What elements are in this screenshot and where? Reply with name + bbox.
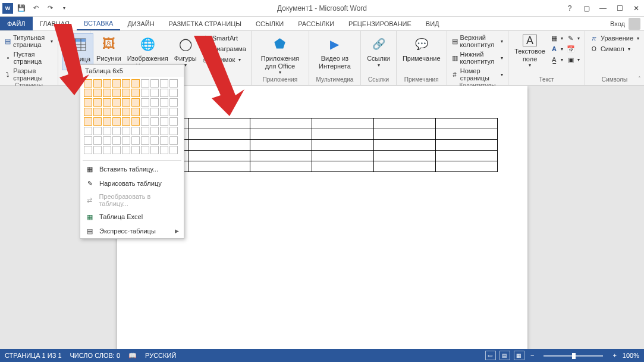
grid-cell[interactable] <box>93 108 102 116</box>
grid-cell[interactable] <box>160 117 168 126</box>
grid-cell[interactable] <box>169 108 178 116</box>
object-button[interactable]: ▣▾ <box>566 55 581 64</box>
grid-cell[interactable] <box>93 146 102 154</box>
header-button[interactable]: ▤Верхний колонтитул▾ <box>451 33 505 49</box>
redo-button[interactable]: ↷ <box>44 2 56 14</box>
wordart-button[interactable]: A▾ <box>549 44 564 54</box>
datetime-button[interactable]: 📅 <box>566 44 581 54</box>
grid-cell[interactable] <box>84 79 92 88</box>
tab-view[interactable]: ВИД <box>419 17 447 30</box>
zoom-slider[interactable] <box>544 355 603 357</box>
grid-cell[interactable] <box>131 117 140 126</box>
grid-cell[interactable] <box>160 127 168 135</box>
view-print-layout[interactable]: ▤ <box>500 351 510 360</box>
apps-button[interactable]: ⬟Приложения для Office▾ <box>255 33 305 76</box>
grid-cell[interactable] <box>141 146 149 154</box>
view-read-mode[interactable]: ▭ <box>485 351 496 360</box>
grid-cell[interactable] <box>93 136 102 145</box>
grid-cell[interactable] <box>169 127 178 135</box>
grid-cell[interactable] <box>131 98 140 107</box>
grid-cell[interactable] <box>112 98 121 107</box>
grid-cell[interactable] <box>122 146 130 154</box>
grid-cell[interactable] <box>122 136 130 145</box>
signature-button[interactable]: ✎▾ <box>566 33 581 43</box>
minimize-button[interactable]: — <box>595 2 611 14</box>
grid-cell[interactable] <box>84 108 92 116</box>
tab-file[interactable]: ФАЙЛ <box>0 17 33 30</box>
grid-cell[interactable] <box>141 98 149 107</box>
view-web-layout[interactable]: ▦ <box>514 351 524 360</box>
tab-references[interactable]: ССЫЛКИ <box>249 17 291 30</box>
page-break-button[interactable]: ⤵Разрыв страницы <box>4 67 54 82</box>
grid-cell[interactable] <box>122 98 130 107</box>
grid-cell[interactable] <box>122 127 130 135</box>
grid-cell[interactable] <box>84 98 92 107</box>
grid-cell[interactable] <box>131 136 140 145</box>
comment-button[interactable]: 💬Примечание <box>400 33 443 64</box>
quick-tables-item[interactable]: ▤Экспресс-таблицы▶ <box>80 224 184 238</box>
grid-cell[interactable] <box>103 136 111 145</box>
tab-mailings[interactable]: РАССЫЛКИ <box>291 17 341 30</box>
draw-table-item[interactable]: ✎Нарисовать таблицу <box>80 176 184 191</box>
blank-page-button[interactable]: ▫Пустая страница <box>4 50 54 65</box>
footer-button[interactable]: ▥Нижний колонтитул▾ <box>451 50 505 65</box>
grid-cell[interactable] <box>131 89 140 97</box>
login-link[interactable]: Вход <box>610 17 640 30</box>
grid-cell[interactable] <box>122 89 130 97</box>
grid-cell[interactable] <box>103 108 111 116</box>
grid-cell[interactable] <box>84 89 92 97</box>
zoom-out-button[interactable]: − <box>528 352 536 359</box>
grid-cell[interactable] <box>160 146 168 154</box>
grid-cell[interactable] <box>169 136 178 145</box>
zoom-in-button[interactable]: + <box>610 352 618 359</box>
grid-cell[interactable] <box>141 108 149 116</box>
help-button[interactable]: ? <box>562 2 577 14</box>
grid-cell[interactable] <box>103 146 111 154</box>
tab-design[interactable]: ДИЗАЙН <box>120 17 161 30</box>
grid-cell[interactable] <box>141 89 149 97</box>
grid-cell[interactable] <box>103 98 111 107</box>
grid-cell[interactable] <box>150 127 159 135</box>
dropcap-button[interactable]: A̲▾ <box>549 55 564 64</box>
quickparts-button[interactable]: ▦▾ <box>549 33 564 43</box>
zoom-value[interactable]: 100% <box>623 352 639 359</box>
tab-page-layout[interactable]: РАЗМЕТКА СТРАНИЦЫ <box>162 17 249 30</box>
grid-cell[interactable] <box>103 127 111 135</box>
grid-cell[interactable] <box>112 146 121 154</box>
grid-cell[interactable] <box>160 98 168 107</box>
grid-cell[interactable] <box>103 79 111 88</box>
smartart-button[interactable]: ⬢SmartArt <box>200 33 247 43</box>
ribbon-display-button[interactable]: ▢ <box>579 2 594 14</box>
grid-cell[interactable] <box>112 108 121 116</box>
grid-cell[interactable] <box>141 117 149 126</box>
links-button[interactable]: 🔗Ссылки▾ <box>365 33 392 69</box>
grid-cell[interactable] <box>160 108 168 116</box>
excel-table-item[interactable]: ▦Таблица Excel <box>80 210 184 224</box>
screenshot-button[interactable]: ⎙Снимок▾ <box>200 55 247 64</box>
grid-cell[interactable] <box>84 127 92 135</box>
grid-cell[interactable] <box>150 79 159 88</box>
grid-cell[interactable] <box>122 117 130 126</box>
grid-cell[interactable] <box>150 146 159 154</box>
textbox-button[interactable]: AТекстовое поле▾ <box>512 33 548 69</box>
grid-cell[interactable] <box>160 136 168 145</box>
status-page[interactable]: СТРАНИЦА 1 ИЗ 1 <box>5 352 62 359</box>
grid-cell[interactable] <box>112 89 121 97</box>
grid-cell[interactable] <box>84 136 92 145</box>
grid-cell[interactable] <box>103 89 111 97</box>
equation-button[interactable]: πУравнение▾ <box>589 33 640 43</box>
pictures-button[interactable]: 🖼Рисунки <box>94 33 124 64</box>
undo-button[interactable]: ↶ <box>30 2 42 14</box>
grid-cell[interactable] <box>131 146 140 154</box>
grid-cell[interactable] <box>84 117 92 126</box>
grid-cell[interactable] <box>93 79 102 88</box>
grid-cell[interactable] <box>93 98 102 107</box>
grid-cell[interactable] <box>122 79 130 88</box>
grid-cell[interactable] <box>131 79 140 88</box>
grid-cell[interactable] <box>141 79 149 88</box>
tab-home[interactable]: ГЛАВНАЯ <box>33 17 77 30</box>
insert-table-item[interactable]: ▦Вставить таблицу... <box>80 162 184 176</box>
grid-cell[interactable] <box>150 136 159 145</box>
grid-cell[interactable] <box>93 117 102 126</box>
grid-cell[interactable] <box>169 146 178 154</box>
